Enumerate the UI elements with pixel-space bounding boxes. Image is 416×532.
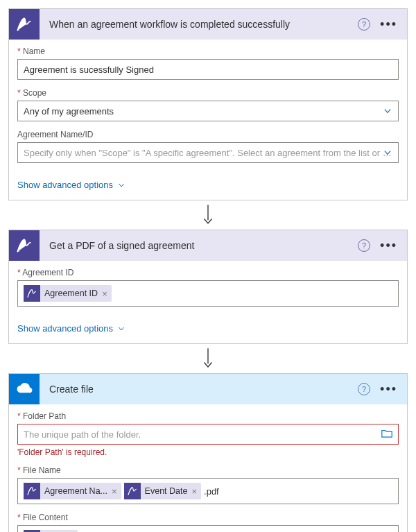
action-card-create-file: Create file ? ••• Folder Path The unique… (8, 373, 408, 532)
card-title: Get a PDF of a signed agreement (40, 240, 358, 251)
adobe-sign-icon (9, 9, 40, 40)
adobe-sign-icon (24, 483, 40, 499)
token-agreement-id[interactable]: Agreement ID × (24, 285, 112, 302)
help-icon[interactable]: ? (358, 383, 370, 395)
onedrive-icon (9, 374, 40, 404)
file-content-label: File Content (17, 513, 399, 522)
agreement-label: Agreement Name/ID (17, 130, 399, 139)
folder-picker-icon[interactable] (381, 429, 392, 440)
token-remove-icon[interactable]: × (191, 486, 197, 497)
agreement-id-input[interactable]: Agreement ID × (17, 280, 399, 307)
adobe-sign-icon (124, 483, 141, 499)
card-title: When an agreement workflow is completed … (40, 19, 358, 30)
more-menu-icon[interactable]: ••• (380, 242, 397, 249)
card-header[interactable]: When an agreement workflow is completed … (9, 9, 407, 40)
folder-path-label: Folder Path (17, 411, 399, 421)
file-name-input[interactable]: Agreement Na... × Event Date × .pdf (17, 478, 399, 504)
action-card-get-pdf: Get a PDF of a signed agreement ? ••• Ag… (8, 230, 408, 344)
name-input[interactable]: Agreement is sucessfully Signed (17, 59, 399, 80)
folder-path-input[interactable]: The unique path of the folder. (17, 424, 399, 445)
token-event-date[interactable]: Event Date × (124, 483, 201, 499)
card-header[interactable]: Create file ? ••• (9, 374, 407, 404)
file-content-input[interactable]: Body × (17, 525, 399, 532)
chevron-down-icon (117, 181, 125, 189)
card-title: Create file (40, 384, 358, 395)
flow-connector (8, 200, 408, 230)
name-field: Name Agreement is sucessfully Signed (17, 46, 399, 80)
file-name-label: File Name (17, 465, 399, 475)
token-agreement-name[interactable]: Agreement Na... × (24, 483, 121, 499)
scope-select[interactable]: Any of my agreements (17, 101, 399, 121)
folder-path-field: Folder Path The unique path of the folde… (17, 411, 399, 457)
card-header[interactable]: Get a PDF of a signed agreement ? ••• (9, 230, 407, 261)
agreement-select[interactable]: Specify only when "Scope" is "A specific… (17, 142, 399, 163)
file-name-field: File Name Agreement Na... × Event Date ×… (17, 465, 399, 504)
agreement-name-field: Agreement Name/ID Specify only when "Sco… (17, 130, 399, 163)
help-icon[interactable]: ? (358, 239, 370, 252)
show-advanced-link[interactable]: Show advanced options (9, 173, 134, 200)
adobe-sign-icon (9, 230, 40, 261)
token-remove-icon[interactable]: × (112, 486, 117, 497)
more-menu-icon[interactable]: ••• (380, 21, 397, 28)
agreement-id-field: Agreement ID Agreement ID × (17, 268, 399, 307)
filename-suffix: .pdf (204, 486, 219, 497)
folder-path-error: 'Folder Path' is required. (17, 447, 399, 457)
more-menu-icon[interactable]: ••• (380, 386, 397, 393)
scope-field: Scope Any of my agreements (17, 88, 399, 121)
flow-connector (8, 344, 408, 373)
trigger-card: When an agreement workflow is completed … (8, 8, 408, 200)
agreement-id-label: Agreement ID (17, 268, 399, 277)
adobe-sign-icon (24, 285, 40, 302)
token-remove-icon[interactable]: × (102, 289, 107, 299)
scope-label: Scope (17, 88, 399, 98)
chevron-down-icon (117, 325, 125, 333)
help-icon[interactable]: ? (358, 18, 370, 31)
chevron-down-icon (383, 106, 392, 116)
file-content-field: File Content Body × (17, 513, 399, 532)
chevron-down-icon (383, 148, 392, 157)
name-label: Name (17, 46, 399, 56)
show-advanced-link[interactable]: Show advanced options (9, 316, 134, 343)
